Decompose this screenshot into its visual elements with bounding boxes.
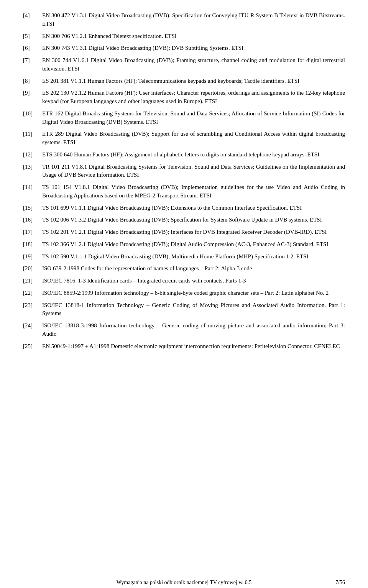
ref-content: TS 102 201 V1.2.1 Digital Video Broadcas… [42,228,345,237]
list-item: [9]ES 202 130 V2.1.2 Human Factors (HF);… [23,89,345,106]
ref-content: TS 102 006 V1.3.2 Digital Video Broadcas… [42,216,345,224]
ref-number: [23] [23,301,42,318]
list-item: [20]ISO 639-2:1998 Codes for the represe… [23,264,345,273]
ref-number: [8] [23,77,42,85]
ref-content: EN 300 743 V1.3.1 Digital Video Broadcas… [42,44,345,53]
ref-content: ISO 639-2:1998 Codes for the representat… [42,264,345,273]
ref-number: [9] [23,89,42,106]
ref-content: TS 101 699 V1.1.1 Digital Video Broadcas… [42,204,345,212]
list-item: [15]TS 101 699 V1.1.1 Digital Video Broa… [23,204,345,212]
ref-number: [5] [23,32,42,41]
ref-number: [25] [23,342,42,351]
ref-number: [17] [23,228,42,237]
ref-number: [19] [23,253,42,261]
ref-number: [21] [23,277,42,285]
ref-content: ETS 300 640 Human Factors (HF); Assignme… [42,151,345,159]
ref-number: [24] [23,322,42,338]
ref-number: [6] [23,44,42,53]
list-item: [16]TS 102 006 V1.3.2 Digital Video Broa… [23,216,345,224]
footer-text: Wymagania na polski odbiornik naziemnej … [117,580,251,586]
list-item: [5]EN 300 706 V1.2.1 Enhanced Teletext s… [23,32,345,41]
list-item: [18]TS 102 366 V1.2.1 Digital Video Broa… [23,240,345,249]
ref-content: TS 102 590 V.1.1.1 Digital Video Broadca… [42,253,345,261]
list-item: [17]TS 102 201 V1.2.1 Digital Video Broa… [23,228,345,237]
ref-content: EN 300 706 V1.2.1 Enhanced Teletext spec… [42,32,345,41]
list-item: [10]ETR 162 Digital Broadcasting Systems… [23,110,345,126]
ref-content: TR 101 211 V1.8.1 Digital Broadcasting S… [42,163,345,180]
list-item: [19]TS 102 590 V.1.1.1 Digital Video Bro… [23,253,345,261]
list-item: [14]TS 101 154 V1.8.1 Digital Video Broa… [23,183,345,200]
ref-number: [20] [23,264,42,273]
list-item: [21]ISO/IEC 7816, 1-3 Identification car… [23,277,345,285]
list-item: [25]EN 50049-1:1997 + A1:1998 Domestic e… [23,342,345,351]
main-content: [4]EN 300 472 V1.3.1 Digital Video Broad… [0,0,368,577]
ref-number: [7] [23,56,42,73]
reference-list: [4]EN 300 472 V1.3.1 Digital Video Broad… [23,11,345,350]
ref-number: [12] [23,151,42,159]
ref-number: [16] [23,216,42,224]
list-item: [13]TR 101 211 V1.8.1 Digital Broadcasti… [23,163,345,180]
ref-number: [10] [23,110,42,126]
ref-number: [14] [23,183,42,200]
ref-content: ETR 289 Digital Video Broadcasting (DVB)… [42,130,345,147]
ref-content: ES 201 381 V1.1.1 Human Factors (HF); Te… [42,77,345,85]
ref-content: ISO/IEC 13818-3:1998 Information technol… [42,322,345,338]
list-item: [12]ETS 300 640 Human Factors (HF); Assi… [23,151,345,159]
list-item: [23]ISO/IEC 13818-1 Information Technolo… [23,301,345,318]
ref-content: TS 102 366 V1.2.1 Digital Video Broadcas… [42,240,345,249]
ref-content: ISO/IEC 13818-1 Information Technology –… [42,301,345,318]
list-item: [8]ES 201 381 V1.1.1 Human Factors (HF);… [23,77,345,85]
list-item: [7]EN 300 744 V1.6.1 Digital Video Broad… [23,56,345,73]
footer-page: 7/56 [335,580,345,586]
ref-content: ISO/IEC 8859-2:1999 Information technolo… [42,289,345,297]
footer: Wymagania na polski odbiornik naziemnej … [0,577,368,588]
ref-number: [11] [23,130,42,147]
ref-number: [13] [23,163,42,180]
ref-content: TS 101 154 V1.8.1 Digital Video Broadcas… [42,183,345,200]
list-item: [6]EN 300 743 V1.3.1 Digital Video Broad… [23,44,345,53]
ref-content: ISO/IEC 7816, 1-3 Identification cards –… [42,277,345,285]
ref-content: ETR 162 Digital Broadcasting Systems for… [42,110,345,126]
list-item: [4]EN 300 472 V1.3.1 Digital Video Broad… [23,11,345,28]
ref-content: EN 300 744 V1.6.1 Digital Video Broadcas… [42,56,345,73]
ref-number: [4] [23,11,42,28]
list-item: [22]ISO/IEC 8859-2:1999 Information tech… [23,289,345,297]
ref-content: EN 300 472 V1.3.1 Digital Video Broadcas… [42,11,345,28]
ref-content: ES 202 130 V2.1.2 Human Factors (HF); Us… [42,89,345,106]
ref-number: [22] [23,289,42,297]
ref-number: [18] [23,240,42,249]
ref-number: [15] [23,204,42,212]
list-item: [11]ETR 289 Digital Video Broadcasting (… [23,130,345,147]
ref-content: EN 50049-1:1997 + A1:1998 Domestic elect… [42,342,345,351]
list-item: [24]ISO/IEC 13818-3:1998 Information tec… [23,322,345,338]
